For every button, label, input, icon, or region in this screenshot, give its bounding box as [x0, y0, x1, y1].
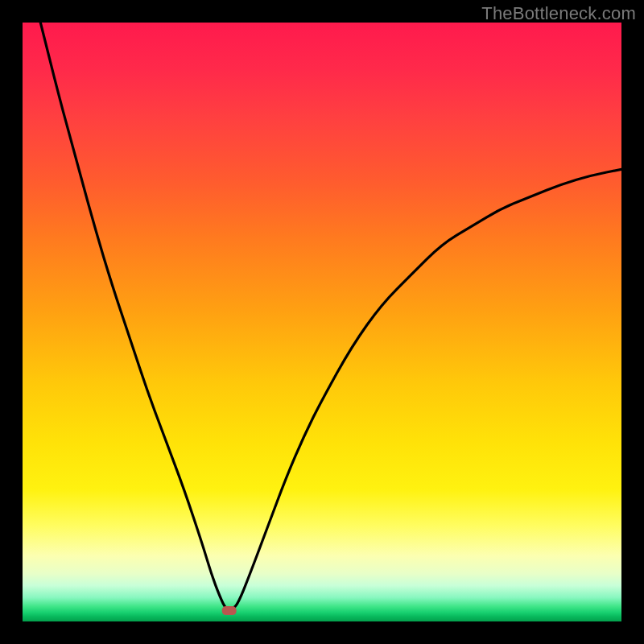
curve-layer — [23, 23, 621, 621]
chart-container: TheBottleneck.com — [0, 0, 644, 644]
plot-area — [23, 23, 621, 621]
minimum-marker — [222, 606, 237, 615]
bottleneck-curve — [40, 23, 621, 609]
watermark-text: TheBottleneck.com — [481, 3, 636, 24]
